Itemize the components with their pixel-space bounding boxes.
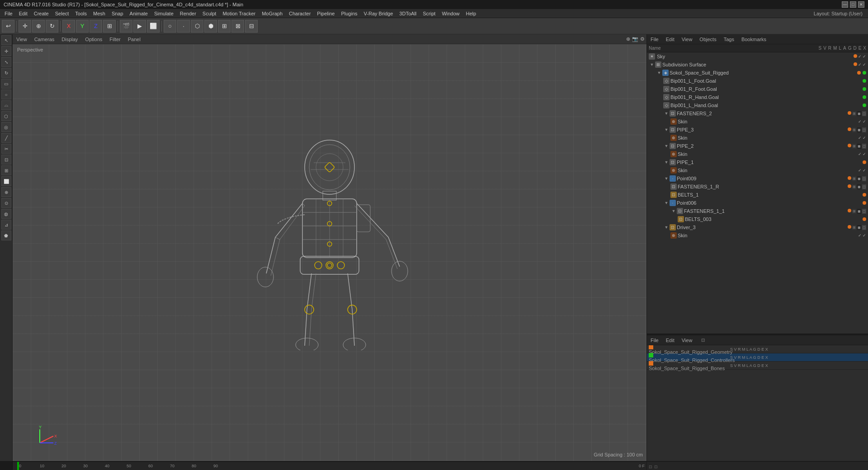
panel-tab-edit[interactable]: Edit [664, 36, 676, 43]
tool-loop[interactable]: ⊕ [1, 187, 11, 197]
z-axis[interactable]: Z [90, 20, 102, 33]
obj-row-skin1[interactable]: ⊛ Skin ✓ ✓ [647, 118, 868, 126]
move-button[interactable]: ✛ [19, 20, 31, 33]
vp-icon-camera[interactable]: 📷 [632, 36, 638, 42]
texture-mode[interactable]: ⊠ [231, 20, 244, 33]
obj-toggle-pipe3[interactable]: ▼ [663, 127, 670, 133]
obj-row-lfoot[interactable]: ◇ Bip001_L_Foot.Goal [647, 77, 868, 85]
obj-row-fast2[interactable]: ▼ ⊡ FASTENERS_2 ⊞ ◼ ◻ [647, 109, 868, 118]
menu-edit[interactable]: Edit [16, 10, 30, 17]
y-axis[interactable]: Y [76, 20, 89, 33]
obj-toggle-fast11[interactable]: ▼ [670, 208, 677, 214]
obj-toggle-point009[interactable]: ▼ [663, 175, 670, 182]
menu-vray[interactable]: V-Ray Bridge [361, 10, 396, 17]
minimize-button[interactable]: — [842, 1, 848, 8]
render-view[interactable]: ▶ [133, 20, 146, 33]
objects-list[interactable]: ☀ Sky ✓ ✓ ▼ ⊞ Subdivision Surface ✓ [647, 52, 868, 334]
render-region[interactable]: ⬜ [147, 20, 160, 33]
obj-row-pipe1[interactable]: ▼ ⊡ PIPE_1 [647, 158, 868, 166]
menu-create[interactable]: Create [31, 10, 52, 17]
coord-header-icon[interactable]: ⊡ [649, 465, 652, 469]
menu-render[interactable]: Render [177, 10, 199, 17]
attr-row-bones[interactable]: Sokol_Space_Suit_Rigged_Bones S V R M L … [647, 362, 868, 370]
tool-cursor[interactable]: ↖ [1, 35, 11, 45]
obj-row-fast1r[interactable]: ⊡ FASTENERS_1_R ⊞ ◼ ◻ [647, 183, 868, 191]
obj-row-pipe3[interactable]: ▼ ⊡ PIPE_3 ⊞ ◼ ◻ [647, 126, 868, 134]
panel-tab-view[interactable]: View [680, 36, 694, 43]
menu-snap[interactable]: Snap [109, 10, 126, 17]
menu-mograph[interactable]: MoGraph [259, 10, 285, 17]
tool-paint[interactable]: ⊿ [1, 220, 11, 230]
obj-row-driver3[interactable]: ▼ ⊡ Driver_3 ⊞ ◼ ◻ [647, 223, 868, 231]
attr-tab-file[interactable]: File [649, 337, 660, 344]
vp-tab-display[interactable]: Display [60, 36, 80, 43]
vp-icon-settings[interactable]: ⚙ [640, 36, 645, 42]
obj-row-skin2[interactable]: ⊛ Skin ✓ ✓ [647, 134, 868, 142]
undo-button[interactable]: ↩ [2, 20, 14, 33]
tool-rotate[interactable]: ↻ [1, 68, 11, 78]
viewport-canvas[interactable]: Perspective [13, 44, 646, 461]
tool-sculpt[interactable]: ◍ [1, 209, 11, 219]
panel-tab-bookmarks[interactable]: Bookmarks [740, 36, 768, 43]
vp-tab-options[interactable]: Options [83, 36, 104, 43]
scale-button[interactable]: ⊕ [32, 20, 45, 33]
vp-tab-filter[interactable]: Filter [108, 36, 122, 43]
obj-toggle-point006[interactable]: ▼ [663, 200, 670, 206]
panel-tab-tags[interactable]: Tags [722, 36, 736, 43]
polygon-mode[interactable]: ⬢ [204, 20, 217, 33]
menu-plugins[interactable]: Plugins [338, 10, 360, 17]
all-axis[interactable]: ⊞ [103, 20, 116, 33]
vp-tab-panel[interactable]: Panel [126, 36, 142, 43]
edge-mode[interactable]: ⬡ [191, 20, 203, 33]
tool-select-rect[interactable]: ▭ [1, 79, 11, 89]
obj-toggle-pipe2[interactable]: ▼ [663, 143, 670, 149]
menu-sculpt[interactable]: Sculpt [200, 10, 219, 17]
tool-python[interactable]: ⬟ [1, 230, 11, 240]
tool-select-circle[interactable]: ○ [1, 89, 11, 99]
rotate-button[interactable]: ↻ [46, 20, 58, 33]
vp-icon-lock[interactable]: ⊕ [626, 36, 630, 42]
obj-row-pipe2[interactable]: ▼ ⊡ PIPE_2 ⊞ ◼ ◻ [647, 142, 868, 150]
obj-row-rhand[interactable]: ◇ Bip001_R_Hand.Goal [647, 93, 868, 101]
obj-row-sokol[interactable]: ▼ ◈ Sokol_Space_Suit_Rigged [647, 69, 868, 77]
x-axis[interactable]: X [62, 20, 75, 33]
menu-simulate[interactable]: Simulate [151, 10, 176, 17]
menu-animate[interactable]: Animate [127, 10, 151, 17]
obj-row-point006[interactable]: ▼ · Point006 [647, 199, 868, 207]
menu-character[interactable]: Character [286, 10, 313, 17]
obj-row-sky[interactable]: ☀ Sky ✓ ✓ [647, 52, 868, 61]
obj-toggle-pipe1[interactable]: ▼ [663, 159, 670, 165]
menu-select[interactable]: Select [52, 10, 72, 17]
menu-script[interactable]: Script [420, 10, 438, 17]
attr-tab-edit[interactable]: Edit [664, 337, 676, 344]
obj-row-rfoot[interactable]: ◇ Bip001_R_Foot.Goal [647, 85, 868, 93]
menu-tools[interactable]: Tools [72, 10, 90, 17]
obj-toggle-subdiv[interactable]: ▼ [649, 61, 655, 68]
obj-row-point009[interactable]: ▼ · Point009 ⊞ ◼ ◻ [647, 174, 868, 183]
timeline-ruler[interactable]: 0 10 20 30 40 50 60 70 80 90 0 F [13, 462, 646, 470]
menu-window[interactable]: Window [439, 10, 462, 17]
menu-motiontracker[interactable]: Motion Tracker [220, 10, 258, 17]
tool-move[interactable]: ✛ [1, 46, 11, 56]
obj-row-belts1[interactable]: ⊡ BELTS_1 [647, 191, 868, 199]
tool-extrude[interactable]: ⊞ [1, 165, 11, 175]
tool-line[interactable]: ╱ [1, 133, 11, 143]
obj-row-skin5[interactable]: ⊛ Skin ✓ ✓ [647, 231, 868, 240]
tool-bridge[interactable]: ⊡ [1, 155, 11, 164]
tool-bevel[interactable]: ⬜ [1, 176, 11, 186]
tool-knife[interactable]: ✂ [1, 144, 11, 154]
tool-select-poly[interactable]: ⬡ [1, 111, 11, 121]
tool-scale[interactable]: ⤡ [1, 57, 11, 67]
vp-tab-view[interactable]: View [14, 36, 29, 43]
panel-tab-objects[interactable]: Objects [698, 36, 718, 43]
attr-tab-view[interactable]: View [680, 337, 694, 344]
maximize-button[interactable]: □ [850, 1, 856, 8]
vp-tab-cameras[interactable]: Cameras [33, 36, 57, 43]
obj-toggle-driver3[interactable]: ▼ [663, 224, 670, 230]
object-mode[interactable]: ○ [164, 20, 176, 33]
obj-row-skin3[interactable]: ⊛ Skin ✓ ✓ [647, 150, 868, 158]
close-button[interactable]: ✕ [858, 1, 864, 8]
tool-magnet[interactable]: ⊙ [1, 198, 11, 208]
render-to-picture[interactable]: 🎬 [120, 20, 132, 33]
menu-mesh[interactable]: Mesh [90, 10, 108, 17]
